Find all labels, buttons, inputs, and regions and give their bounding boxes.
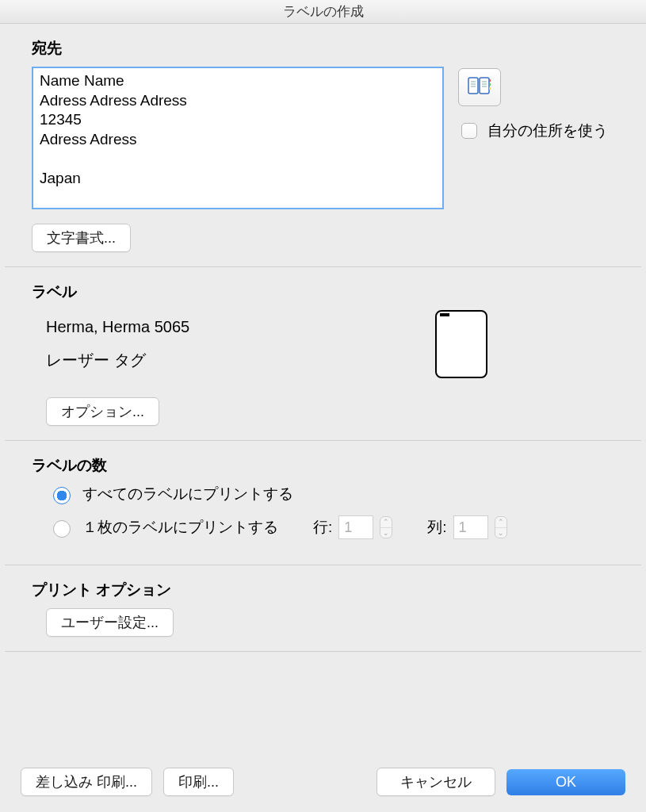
- address-book-button[interactable]: [458, 68, 501, 106]
- title-bar: ラベルの作成: [0, 0, 646, 24]
- label-description: レーザー タグ: [46, 343, 403, 377]
- row-stepper[interactable]: ⌃ ⌄: [380, 516, 392, 538]
- radio-all-labels-row[interactable]: すべてのラベルにプリントする: [49, 484, 614, 504]
- address-textarea[interactable]: [32, 67, 444, 209]
- svg-rect-0: [468, 78, 478, 94]
- chevron-up-icon[interactable]: ⌃: [380, 517, 392, 528]
- label-preview-icon: [435, 310, 487, 378]
- col-stepper[interactable]: ⌃ ⌄: [495, 516, 507, 538]
- use-own-address-label: 自分の住所を使う: [487, 121, 608, 141]
- address-book-icon: [468, 77, 491, 98]
- radio-one-label-label: １枚のラベルにプリントする: [82, 517, 278, 538]
- label-create-dialog: ラベルの作成 宛先: [0, 0, 646, 812]
- address-heading: 宛先: [32, 38, 614, 59]
- row-label: 行:: [313, 517, 332, 538]
- ok-button[interactable]: OK: [506, 769, 625, 795]
- cancel-button[interactable]: キャンセル: [377, 768, 495, 796]
- col-label: 列:: [427, 517, 446, 538]
- dialog-title: ラベルの作成: [283, 4, 364, 19]
- svg-rect-8: [489, 79, 491, 82]
- svg-rect-1: [480, 78, 489, 94]
- use-own-address-checkbox[interactable]: [461, 123, 477, 139]
- col-input[interactable]: [453, 515, 488, 539]
- print-options-heading: プリント オプション: [32, 580, 614, 600]
- chevron-down-icon[interactable]: ⌄: [380, 528, 392, 538]
- count-heading: ラベルの数: [32, 455, 614, 476]
- label-heading: ラベル: [32, 282, 614, 302]
- use-own-address-option[interactable]: 自分の住所を使う: [458, 121, 608, 141]
- label-section: ラベル Herma, Herma 5065 レーザー タグ オプション...: [0, 267, 646, 440]
- count-section: ラベルの数 すべてのラベルにプリントする １枚のラベルにプリントする 行: ⌃ …: [0, 441, 646, 565]
- text-format-button[interactable]: 文字書式...: [32, 224, 131, 252]
- user-settings-button[interactable]: ユーザー設定...: [46, 608, 174, 637]
- label-options-button[interactable]: オプション...: [46, 397, 159, 426]
- radio-one-label-row: １枚のラベルにプリントする 行: ⌃ ⌄ 列: ⌃ ⌄: [49, 515, 614, 539]
- address-section: 宛先: [0, 24, 646, 266]
- mail-merge-button[interactable]: 差し込み 印刷...: [21, 768, 152, 796]
- radio-all-labels[interactable]: [53, 487, 71, 504]
- label-product: Herma, Herma 5065: [46, 310, 403, 343]
- chevron-up-icon[interactable]: ⌃: [495, 517, 506, 528]
- print-button[interactable]: 印刷...: [163, 768, 234, 796]
- chevron-down-icon[interactable]: ⌄: [495, 528, 506, 538]
- divider: [5, 651, 641, 652]
- footer: 差し込み 印刷... 印刷... キャンセル OK: [0, 768, 646, 796]
- print-options-section: プリント オプション ユーザー設定...: [0, 565, 646, 651]
- svg-rect-9: [489, 83, 491, 86]
- svg-rect-10: [489, 87, 491, 90]
- radio-one-label[interactable]: [53, 520, 71, 538]
- radio-all-labels-label: すべてのラベルにプリントする: [82, 484, 293, 504]
- row-input[interactable]: [338, 515, 373, 539]
